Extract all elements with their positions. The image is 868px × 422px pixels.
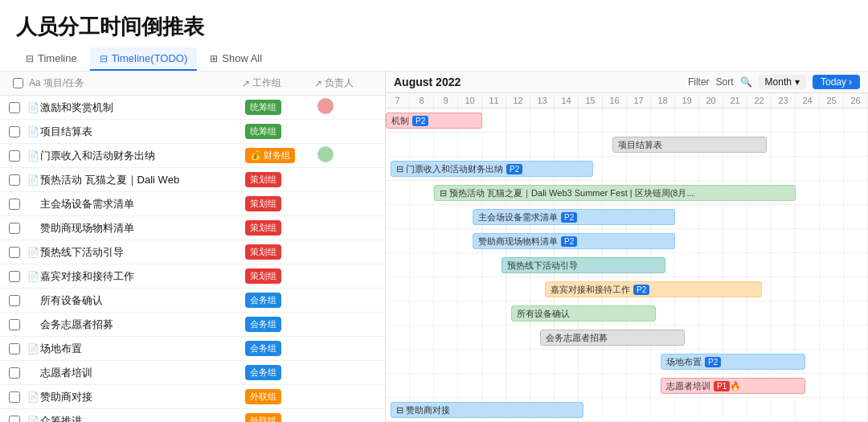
chevron-down-icon: ▾ <box>795 76 800 88</box>
filter-label: Filter <box>688 76 710 88</box>
today-button[interactable]: Today › <box>813 75 860 89</box>
chevron-right-icon: › <box>849 76 852 88</box>
gantt-row-13: ⊟ 赞助商对接 <box>386 398 868 422</box>
table-row: 📄 众筹推进 外联组 <box>0 409 385 422</box>
gantt-row-12: 志愿者培训 P1 🔥 <box>386 374 868 398</box>
gantt-row-9: 所有设备确认 <box>386 301 868 326</box>
row-checkbox[interactable] <box>3 367 26 379</box>
assignee-avatar <box>317 98 382 117</box>
workgroup-tag: 会务组 <box>245 341 317 356</box>
task-name: 激励和奖赏机制 <box>40 100 245 115</box>
task-rows: 📄 激励和奖赏机制 统筹组 📄 项目结算表 统筹组 📄 门 <box>0 96 385 422</box>
date-9: 9 <box>434 93 458 108</box>
task-name: 预热线下活动引导 <box>40 245 245 260</box>
workgroup-tag: 外联组 <box>245 413 317 422</box>
workgroup-tag: 外联组 <box>245 389 317 404</box>
sort-button[interactable]: Sort <box>716 76 734 88</box>
left-header: Aa 项目/任务 ↗ 工作组 ↗ 负责人 <box>0 72 385 96</box>
header-workgroup-col: ↗ 工作组 <box>242 76 314 90</box>
task-name: 所有设备确认 <box>40 293 245 308</box>
tab-timeline[interactable]: ⊟ Timeline <box>16 47 87 71</box>
gantt-panel: August 2022 Filter Sort 🔍 Month <box>386 72 868 422</box>
gantt-row-7: 预热线下活动引导 <box>386 253 868 277</box>
date-10: 10 <box>458 93 482 108</box>
row-checkbox[interactable] <box>3 295 26 306</box>
row-checkbox[interactable] <box>3 343 26 354</box>
date-26: 26 <box>844 93 868 108</box>
gantt-row-1: 机制 P2 <box>386 109 868 133</box>
workgroup-tag: 策划组 <box>245 244 317 260</box>
workgroup-tag: 统筹组 <box>245 124 317 139</box>
row-checkbox[interactable] <box>3 247 26 258</box>
date-25: 25 <box>820 93 844 108</box>
date-18: 18 <box>651 93 675 108</box>
doc-icon: 📄 <box>26 391 40 403</box>
table-row: 📄 预热活动 瓦猫之夏｜Dali Web 策划组 <box>0 168 385 192</box>
header-assignee-col: ↗ 负责人 <box>314 76 379 90</box>
date-8: 8 <box>410 93 434 108</box>
date-12: 12 <box>506 93 530 108</box>
workgroup-tag: 策划组 <box>245 172 317 187</box>
project-col-label: Aa 项目/任务 <box>29 76 84 90</box>
month-selector[interactable]: Month ▾ <box>759 75 806 89</box>
table-row: 📄 赞助商对接 外联组 <box>0 385 385 409</box>
row-checkbox[interactable] <box>3 319 26 330</box>
gantt-row-11: 场地布置 P2 <box>386 350 868 374</box>
task-name: 赞助商现场物料清单 <box>40 221 245 236</box>
row-checkbox[interactable] <box>3 223 26 234</box>
gantt-top-bar: August 2022 Filter Sort 🔍 Month <box>386 72 868 93</box>
main-content: Aa 项目/任务 ↗ 工作组 ↗ 负责人 📄 激励和奖赏机制 <box>0 72 868 422</box>
task-name: 会务志愿者招募 <box>40 318 245 332</box>
gantt-body: 机制 P2 项目结算表 ⊟ 门票收入和活动财务出纳 P2 <box>386 109 868 422</box>
date-11: 11 <box>482 93 506 108</box>
sort-label: Sort <box>716 76 734 88</box>
page: 人员分工时间倒推表 ⊟ Timeline ⊟ Timeline(TODO) ⊞ … <box>0 0 868 422</box>
gantt-row-6: 赞助商现场物料清单 P2 <box>386 229 868 253</box>
date-19: 19 <box>675 93 699 108</box>
header-checkbox-col <box>6 78 29 88</box>
select-all-checkbox[interactable] <box>13 78 23 88</box>
row-checkbox[interactable] <box>3 126 26 137</box>
table-row: 📄 门票收入和活动财务出纳 💰 财务组 <box>0 144 385 168</box>
row-checkbox[interactable] <box>3 199 26 210</box>
task-name: 项目结算表 <box>40 125 245 139</box>
workgroup-tag: 策划组 <box>245 268 317 284</box>
timeline-todo-icon: ⊟ <box>100 53 108 64</box>
workgroup-tag: 会务组 <box>245 317 317 332</box>
date-16: 16 <box>603 93 627 108</box>
table-row: 会务志愿者招募 会务组 <box>0 313 385 337</box>
workgroup-tag: 会务组 <box>245 293 317 308</box>
row-checkbox[interactable] <box>3 391 26 403</box>
workgroup-tag: 统筹组 <box>245 100 317 115</box>
task-name: 主会场设备需求清单 <box>40 197 245 211</box>
search-button[interactable]: 🔍 <box>740 76 752 88</box>
workgroup-tag: 💰 财务组 <box>245 148 317 163</box>
arrow-assignee-icon: ↗ <box>314 78 322 89</box>
table-row: 📄 场地布置 会务组 <box>0 337 385 361</box>
filter-button[interactable]: Filter <box>688 76 710 88</box>
header-project-col: Aa 项目/任务 <box>29 76 242 90</box>
row-checkbox[interactable] <box>3 150 26 162</box>
tab-show-all[interactable]: ⊞ Show All <box>200 47 272 71</box>
task-name: 志愿者培训 <box>40 366 245 380</box>
file-icon: 📄 <box>26 126 40 137</box>
tab-timeline-todo[interactable]: ⊟ Timeline(TODO) <box>90 47 198 71</box>
date-15: 15 <box>579 93 603 108</box>
page-title: 人员分工时间倒推表 <box>0 0 868 47</box>
table-row: 主会场设备需求清单 策划组 <box>0 192 385 216</box>
row-checkbox[interactable] <box>3 102 26 113</box>
row-checkbox[interactable] <box>3 174 26 186</box>
task-name: 嘉宾对接和接待工作 <box>40 269 245 284</box>
row-checkbox[interactable] <box>3 416 26 423</box>
table-row: 赞助商现场物料清单 策划组 <box>0 216 385 240</box>
search-icon: 🔍 <box>740 76 752 88</box>
doc-icon: 📄 <box>26 271 40 282</box>
doc-icon: 📄 <box>26 416 40 423</box>
table-row: 📄 预热线下活动引导 策划组 <box>0 240 385 264</box>
gantt-row-10: 会务志愿者招募 <box>386 326 868 350</box>
workgroup-tag: 策划组 <box>245 196 317 211</box>
timeline-icon: ⊟ <box>26 53 34 64</box>
date-20: 20 <box>699 93 723 108</box>
row-checkbox[interactable] <box>3 271 26 282</box>
gantt-header: August 2022 Filter Sort 🔍 Month <box>386 72 868 109</box>
